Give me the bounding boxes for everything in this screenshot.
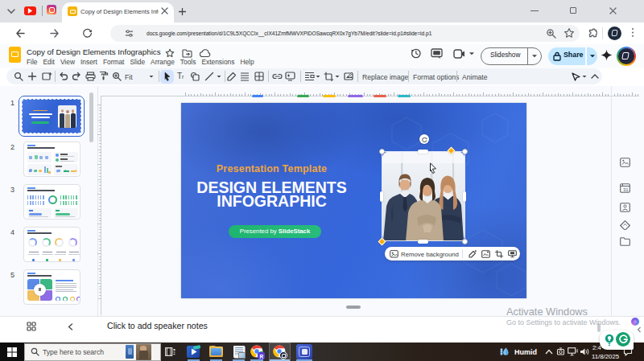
svg-text:31: 31 [623,187,629,192]
